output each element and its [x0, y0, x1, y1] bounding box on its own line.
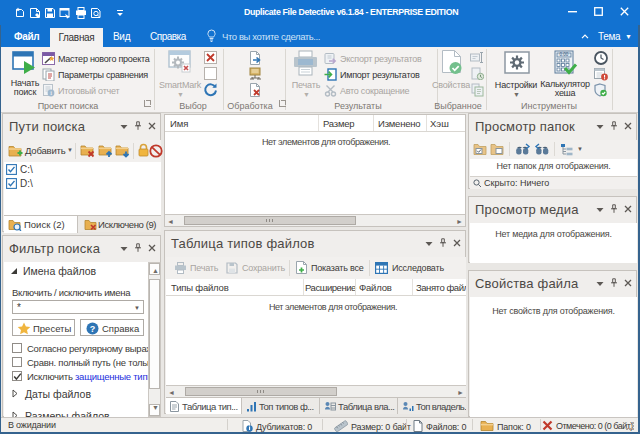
- svg-text:?: ?: [90, 324, 96, 334]
- svg-text:0.00: 0.00: [560, 52, 569, 57]
